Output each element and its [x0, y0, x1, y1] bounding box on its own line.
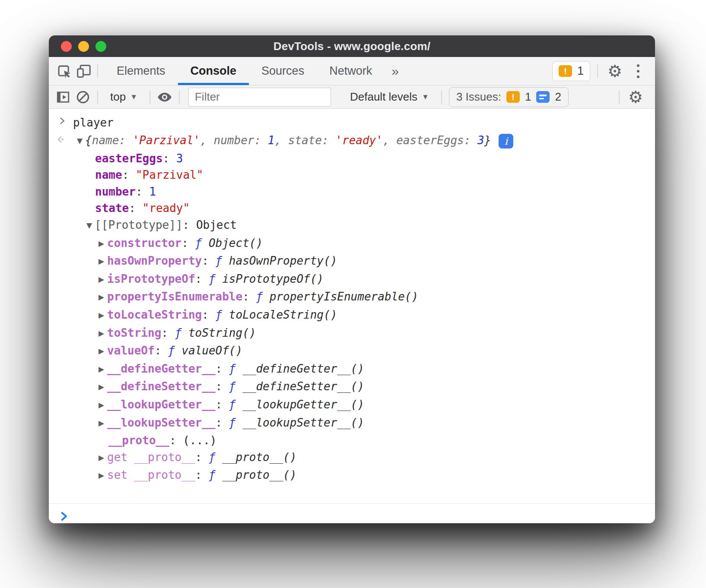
property-key: isPrototypeOf: [107, 271, 195, 288]
devtools-settings-button[interactable]: ⚙: [605, 57, 625, 85]
property-row-tostring[interactable]: ▶toString: ƒ toString(): [49, 325, 655, 343]
property-key: propertyIsEnumerable: [107, 288, 242, 305]
property-key: [[Prototype]]: [95, 217, 183, 234]
value-segment: isPrototypeOf(): [222, 271, 324, 288]
property-row-lookupsetter[interactable]: ▶__lookupSetter__: ƒ __lookupSetter__(): [49, 414, 655, 433]
value-segment: Object(): [209, 235, 263, 252]
console-prompt[interactable]: [49, 504, 655, 523]
issues-counter-button[interactable]: 3 Issues: ! 1 2: [449, 87, 569, 107]
property-row-propertyisenumerable[interactable]: ▶propertyIsEnumerable: ƒ propertyIsEnume…: [49, 288, 655, 307]
value-segment: state: [288, 134, 322, 147]
key-value-separator: :: [181, 235, 195, 252]
value-segment: ,: [274, 134, 288, 147]
key-value-separator: :: [183, 217, 196, 234]
value-segment: (...): [183, 432, 216, 449]
key-value-separator: :: [202, 307, 215, 323]
property-row-hasownproperty[interactable]: ▶hasOwnProperty: ƒ hasOwnProperty(): [49, 253, 655, 271]
expander-triangle-collapsed[interactable]: ▶: [99, 343, 104, 360]
value-segment: ƒ: [216, 253, 229, 269]
property-row-constructor[interactable]: ▶constructor: ƒ Object(): [49, 235, 655, 253]
show-console-sidebar-button[interactable]: [53, 85, 73, 108]
value-segment: :: [464, 134, 477, 147]
property-key: __defineGetter__: [107, 360, 215, 377]
expander-triangle-collapsed[interactable]: ▶: [99, 253, 104, 270]
property-row-lookupgetter[interactable]: ▶__lookupGetter__: ƒ __lookupGetter__(): [49, 396, 655, 414]
key-value-separator: :: [216, 396, 229, 413]
console-toolbar: top ▼ Default levels ▼: [49, 85, 655, 109]
property-row-proto: __proto__: (...): [49, 432, 655, 449]
property-row-name: name: "Parzival": [49, 167, 655, 183]
expander-triangle-collapsed[interactable]: ▶: [99, 467, 104, 484]
issue-message-bubble-icon: [536, 91, 550, 103]
key-value-separator: :: [169, 432, 183, 449]
tab-console[interactable]: Console: [178, 57, 249, 85]
property-row-definesetter[interactable]: ▶__defineSetter__: ƒ __defineSetter__(): [49, 378, 655, 396]
value-segment: ,: [200, 134, 213, 147]
property-row-prototype[interactable]: ▼[[Prototype]]: Object: [49, 217, 655, 235]
value-segment: :: [322, 134, 335, 147]
clear-console-button[interactable]: [73, 85, 93, 108]
property-key: constructor: [107, 235, 181, 252]
expander-triangle-expanded[interactable]: ▼: [77, 133, 83, 149]
expander-triangle-collapsed[interactable]: ▶: [99, 379, 104, 395]
toolbar-divider: [179, 90, 180, 104]
devtools-menu-button[interactable]: [632, 57, 645, 85]
property-row-set-proto[interactable]: ▶set __proto__: ƒ __proto__(): [49, 467, 655, 485]
key-value-separator: :: [242, 288, 256, 305]
property-row-definegetter[interactable]: ▶__defineGetter__: ƒ __defineGetter__(): [49, 360, 655, 379]
expander-triangle-collapsed[interactable]: ▶: [99, 325, 104, 342]
more-tabs-button[interactable]: »: [385, 57, 406, 85]
tab-elements[interactable]: Elements: [104, 57, 178, 85]
expander-triangle-collapsed[interactable]: ▶: [99, 415, 104, 432]
value-segment: ƒ: [229, 396, 242, 413]
value-segment: "ready": [143, 200, 190, 217]
info-icon[interactable]: i: [499, 134, 513, 149]
value-segment: 1: [149, 183, 156, 200]
expander-triangle-collapsed[interactable]: ▶: [99, 307, 104, 324]
property-key: __defineSetter__: [107, 378, 215, 395]
log-levels-label: Default levels: [350, 90, 417, 104]
issues-label: 3 Issues:: [456, 90, 501, 104]
frame-context-selector[interactable]: top ▼: [102, 90, 145, 104]
property-row-tolocalestring[interactable]: ▶toLocaleString: ƒ toLocaleString(): [49, 307, 655, 325]
command-chevron-icon: [57, 113, 68, 132]
value-segment: number: [214, 134, 254, 147]
expander-triangle-collapsed[interactable]: ▶: [99, 271, 104, 288]
value-segment: 1: [268, 134, 275, 147]
console-filter-input[interactable]: [188, 88, 331, 107]
expander-triangle-collapsed[interactable]: ▶: [99, 397, 104, 414]
property-row-get-proto[interactable]: ▶get __proto__: ƒ __proto__(): [49, 449, 655, 467]
key-value-separator: :: [195, 271, 209, 288]
property-row-valueof[interactable]: ▶valueOf: ƒ valueOf(): [49, 342, 655, 360]
toggle-device-toolbar-button[interactable]: [74, 57, 94, 85]
key-value-separator: :: [202, 253, 215, 269]
console-settings-button[interactable]: ⚙: [626, 89, 646, 105]
value-segment: ƒ: [229, 360, 242, 377]
eye-icon: [156, 89, 173, 105]
create-live-expression-button[interactable]: [155, 85, 175, 108]
expander-triangle-collapsed[interactable]: ▶: [99, 289, 104, 306]
log-levels-selector[interactable]: Default levels ▼: [342, 90, 437, 104]
inspect-element-button[interactable]: [54, 57, 74, 85]
toolbar-divider: [97, 90, 98, 104]
expander-triangle-collapsed[interactable]: ▶: [99, 449, 104, 466]
frame-context-label: top: [110, 90, 126, 104]
value-segment: __defineSetter__(): [242, 378, 364, 395]
console-errors-badge[interactable]: ! 1: [552, 61, 590, 81]
tab-network[interactable]: Network: [317, 57, 385, 85]
value-segment: Object: [196, 217, 237, 234]
issue-error-bubble-icon: !: [506, 91, 520, 103]
expander-triangle-collapsed[interactable]: ▶: [99, 361, 104, 378]
expander-triangle-collapsed[interactable]: ▶: [99, 235, 104, 252]
property-row-isprototypeof[interactable]: ▶isPrototypeOf: ƒ isPrototypeOf(): [49, 271, 655, 289]
value-segment: :: [254, 134, 267, 147]
window-titlebar[interactable]: DevTools - www.google.com/: [49, 35, 655, 57]
issue-message-count: 2: [555, 90, 561, 104]
value-segment: propertyIsEnumerable(): [270, 288, 418, 305]
object-preview: {name: 'Parzival', number: 1, state: 're…: [85, 132, 491, 149]
value-segment: ƒ: [209, 271, 222, 288]
expander-triangle-expanded[interactable]: ▼: [86, 217, 92, 234]
tab-sources[interactable]: Sources: [249, 57, 317, 85]
property-key: toLocaleString: [107, 307, 202, 323]
value-segment: ƒ: [168, 342, 181, 359]
